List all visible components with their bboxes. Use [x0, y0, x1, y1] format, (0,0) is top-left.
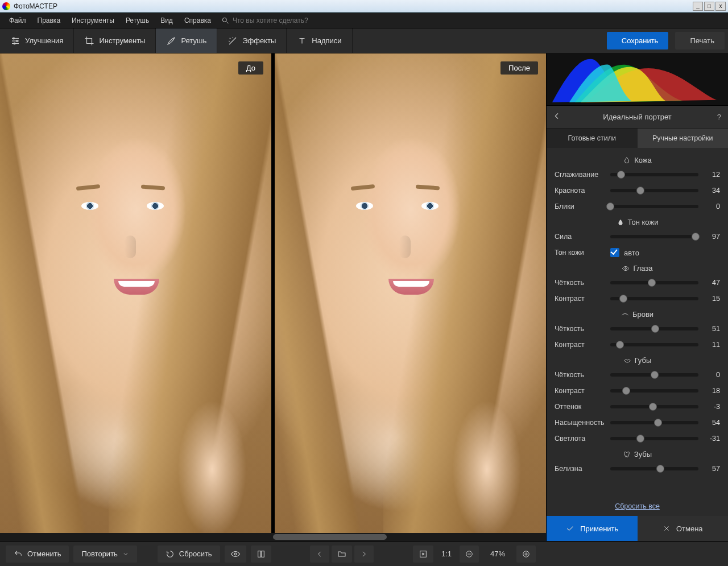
tool-instruments[interactable]: Инструменты	[74, 28, 156, 53]
nav-group	[310, 546, 374, 563]
menu-bar: Файл Правка Инструменты Ретушь Вид Справ…	[0, 13, 728, 28]
compare-toggle-button[interactable]	[251, 546, 271, 563]
reset-label: Сбросить	[179, 550, 212, 558]
group-teeth: Зубы	[555, 447, 720, 461]
menu-instruments[interactable]: Инструменты	[67, 14, 119, 27]
text-icon	[297, 36, 307, 46]
droplet-icon	[623, 156, 631, 164]
right-panel: Идеальный портрет ? Готовые стили Ручные…	[546, 53, 728, 541]
main-toolbar: Улучшения Инструменты Ретушь Эффекты Над…	[0, 28, 728, 53]
tool-retouch[interactable]: Ретушь	[156, 28, 217, 53]
apply-button-label: Применить	[580, 524, 618, 533]
undo-button[interactable]: Отменить	[6, 546, 69, 563]
open-folder-button[interactable]	[332, 546, 352, 563]
tool-instruments-label: Инструменты	[99, 36, 145, 45]
menu-help[interactable]: Справка	[180, 14, 216, 27]
check-icon	[565, 524, 574, 533]
svg-point-12	[625, 267, 627, 269]
zoom-out-button[interactable]	[460, 546, 479, 563]
fit-screen-button[interactable]	[413, 546, 433, 563]
image-viewer: До После	[0, 53, 546, 541]
undo-icon	[14, 550, 23, 559]
slider-shine-track[interactable]	[610, 205, 698, 208]
tab-manual[interactable]: Ручные настройки	[638, 129, 729, 148]
one-to-one-button[interactable]: 1:1	[438, 550, 455, 558]
slider-eye-contr-track[interactable]	[610, 297, 698, 300]
tone-auto-checkbox[interactable]	[610, 248, 619, 257]
panel-help-button[interactable]: ?	[717, 113, 721, 121]
window-title: ФотоМАСТЕР	[14, 2, 693, 10]
slider-brow-contr-track[interactable]	[610, 343, 698, 346]
crop-icon	[84, 36, 94, 46]
split-icon	[257, 550, 266, 559]
tab-presets[interactable]: Готовые стили	[547, 129, 638, 148]
controls-scroll[interactable]: Кожа Сглаживание 12 Краснота 34 Блики 0 …	[547, 148, 728, 496]
menu-view[interactable]: Вид	[156, 14, 177, 27]
svg-line-1	[226, 21, 229, 23]
zoom-in-button[interactable]	[516, 546, 536, 563]
slider-redness-track[interactable]	[610, 189, 698, 192]
slider-lip-sharp-track[interactable]	[610, 373, 698, 377]
slider-eye-sharp-track[interactable]	[610, 281, 698, 284]
slider-smoothing: Сглаживание 12	[555, 167, 720, 183]
panel-back-button[interactable]	[552, 111, 561, 122]
group-eyes: Глаза	[555, 261, 720, 275]
window-titlebar: ФотоМАСТЕР _ □ x	[0, 0, 728, 13]
app-logo-icon	[2, 2, 10, 10]
zoom-value[interactable]: 47%	[483, 550, 512, 558]
slider-lip-hue-track[interactable]	[610, 405, 698, 408]
cancel-button-label: Отмена	[676, 524, 703, 533]
after-pane[interactable]: После	[275, 53, 546, 533]
wand-icon	[228, 36, 238, 46]
chevron-left-icon	[552, 111, 561, 121]
tool-effects-label: Эффекты	[242, 36, 276, 45]
eye-icon	[230, 549, 241, 559]
group-skintone: Тон кожи	[555, 214, 720, 229]
slider-strength: Сила 97	[555, 229, 720, 245]
chevron-right-icon	[360, 550, 368, 558]
menu-search[interactable]: Что вы хотите сделать?	[221, 16, 308, 24]
reset-all-link[interactable]: Сбросить все	[615, 502, 660, 510]
redo-button[interactable]: Повторить	[73, 546, 136, 563]
next-file-button[interactable]	[354, 546, 374, 563]
viewer-hscrollbar[interactable]	[0, 533, 546, 541]
print-button[interactable]: Печать	[675, 32, 725, 49]
histogram[interactable]	[547, 53, 728, 106]
group-lips: Губы	[555, 353, 720, 367]
menu-edit[interactable]: Правка	[33, 14, 65, 27]
window-maximize-button[interactable]: □	[704, 2, 714, 11]
folder-icon	[337, 550, 346, 559]
slider-brow-sharp-track[interactable]	[610, 327, 698, 330]
apply-button[interactable]: Применить	[547, 516, 638, 541]
save-button[interactable]: Сохранить	[607, 32, 669, 49]
slider-smoothing-track[interactable]	[610, 173, 698, 176]
undo-label: Отменить	[27, 550, 61, 558]
group-skin: Кожа	[555, 152, 720, 167]
footer-bar: Отменить Повторить Сбросить 1:1 47%	[0, 541, 728, 566]
slider-strength-track[interactable]	[610, 235, 698, 238]
reset-button[interactable]: Сбросить	[158, 546, 220, 563]
slider-whiten-track[interactable]	[610, 467, 698, 470]
preview-toggle-button[interactable]	[225, 546, 246, 563]
before-badge: До	[238, 61, 263, 75]
tool-enhance[interactable]: Улучшения	[0, 28, 74, 53]
sliders-icon	[10, 36, 20, 46]
search-icon	[221, 16, 229, 24]
eye-icon	[622, 265, 630, 272]
tool-text[interactable]: Надписи	[287, 28, 352, 53]
chevron-left-icon	[316, 550, 324, 558]
tool-effects[interactable]: Эффекты	[217, 28, 287, 53]
slider-lip-sat-track[interactable]	[610, 421, 698, 424]
svg-point-13	[234, 553, 237, 555]
cancel-button[interactable]: Отмена	[638, 516, 729, 541]
prev-file-button[interactable]	[310, 546, 329, 563]
window-close-button[interactable]: x	[715, 2, 726, 11]
print-button-label: Печать	[690, 36, 714, 45]
slider-lip-light-track[interactable]	[610, 437, 698, 440]
window-minimize-button[interactable]: _	[693, 2, 703, 11]
menu-file[interactable]: Файл	[5, 14, 31, 27]
panel-header: Идеальный портрет ?	[547, 106, 728, 129]
slider-lip-contr-track[interactable]	[610, 389, 698, 393]
before-pane[interactable]: До	[0, 53, 271, 533]
menu-retouch[interactable]: Ретушь	[121, 14, 154, 27]
